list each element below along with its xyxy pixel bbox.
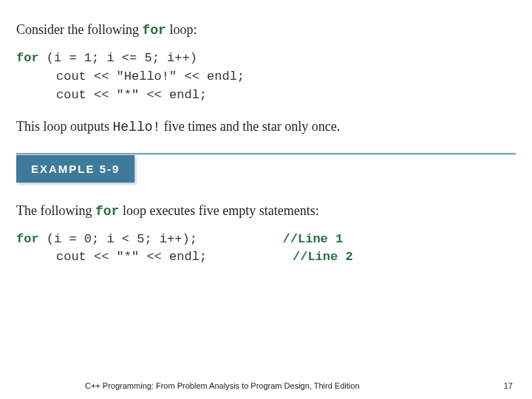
footer-text: C++ Programming: From Problem Analysis t…: [85, 381, 360, 390]
code1-kw: for: [16, 51, 39, 65]
code2-l1-rest: (i = 0; i < 5; i++);: [39, 231, 283, 249]
code-block-1: for (i = 1; i <= 5; i++) cout << "Hello!…: [16, 50, 516, 104]
intro2-kw: for: [95, 204, 119, 219]
intro2-pre: The following: [16, 203, 95, 218]
intro1-pre: Consider the following: [16, 22, 142, 37]
code1-l1-rest: (i = 1; i <= 5; i++): [39, 51, 197, 65]
intro1-kw: for: [142, 23, 166, 38]
code2-kw: for: [16, 232, 39, 246]
slide-page: Consider the following for loop: for (i …: [0, 0, 532, 399]
outro1-mono: Hello!: [113, 120, 161, 134]
code1-l2: cout << "Hello!" << endl;: [16, 68, 245, 86]
code2-l1-cmt: //Line 1: [283, 232, 344, 246]
example-badge: EXAMPLE 5-9: [16, 155, 134, 183]
code-block-2: for (i = 0; i < 5; i++);//Line 1 cout <<…: [16, 231, 516, 267]
intro-paragraph-2: The following for loop executes five emp…: [16, 202, 516, 220]
outro1-pre: This loop outputs: [16, 119, 113, 134]
code2-l2: cout << "*" << endl;: [16, 248, 293, 267]
code2-l2-cmt: //Line 2: [293, 250, 353, 264]
outro1-post: five times and the star only once.: [160, 119, 340, 134]
intro2-post: loop executes five empty statements:: [119, 203, 318, 218]
outro-paragraph-1: This loop outputs Hello! five times and …: [16, 117, 516, 136]
intro-paragraph-1: Consider the following for loop:: [16, 21, 516, 39]
footer-page-number: 17: [504, 381, 513, 390]
intro1-post: loop:: [166, 22, 197, 37]
code1-l3: cout << "*" << endl;: [16, 86, 207, 105]
